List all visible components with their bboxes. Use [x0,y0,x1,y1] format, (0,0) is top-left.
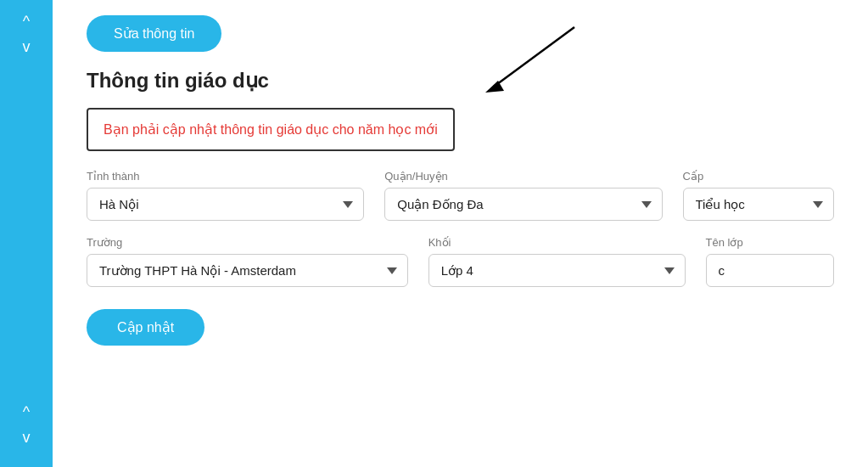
sidebar-arrow-up[interactable]: ^ [18,8,35,34]
form-group-khoi: Khối Lớp 4 [428,236,686,287]
section-title: Thông tin giáo dục [87,69,834,93]
form-row-2: Trường Trường THPT Hà Nội - Amsterdam Kh… [87,236,834,287]
tinh-label: Tỉnh thành [87,170,364,183]
update-button[interactable]: Cập nhật [87,309,204,346]
sidebar-arrow-down2[interactable]: v [18,425,36,450]
form-group-tinh: Tỉnh thành Hà Nội [87,170,364,221]
main-content: Sửa thông tin Thông tin giáo dục Bạn phả… [53,0,868,467]
form-group-quan: Quận/Huyện Quận Đống Đa [384,170,662,221]
truong-select[interactable]: Trường THPT Hà Nội - Amsterdam [87,254,408,287]
form-group-truong: Trường Trường THPT Hà Nội - Amsterdam [87,236,408,287]
tenlop-label: Tên lớp [706,236,834,249]
quan-select[interactable]: Quận Đống Đa [384,188,662,221]
form-row-1: Tỉnh thành Hà Nội Quận/Huyện Quận Đống Đ… [87,170,834,221]
cap-select[interactable]: Tiểu học [683,188,835,221]
cap-label: Cấp [683,170,835,183]
alert-text: Bạn phải cập nhật thông tin giáo dục cho… [104,122,438,137]
sidebar-arrow-up2[interactable]: ^ [18,399,35,425]
sidebar-arrow-down[interactable]: v [18,34,36,59]
tenlop-input[interactable] [706,254,834,287]
sidebar: ^ v ^ v [0,0,53,467]
quan-label: Quận/Huyện [384,170,662,183]
tinh-select[interactable]: Hà Nội [87,188,364,221]
khoi-select[interactable]: Lớp 4 [428,254,686,287]
edit-button[interactable]: Sửa thông tin [87,15,221,52]
form-group-cap: Cấp Tiểu học [683,170,835,221]
form-group-tenlop: Tên lớp [706,236,834,287]
khoi-label: Khối [428,236,686,249]
alert-box: Bạn phải cập nhật thông tin giáo dục cho… [87,108,455,151]
truong-label: Trường [87,236,408,249]
